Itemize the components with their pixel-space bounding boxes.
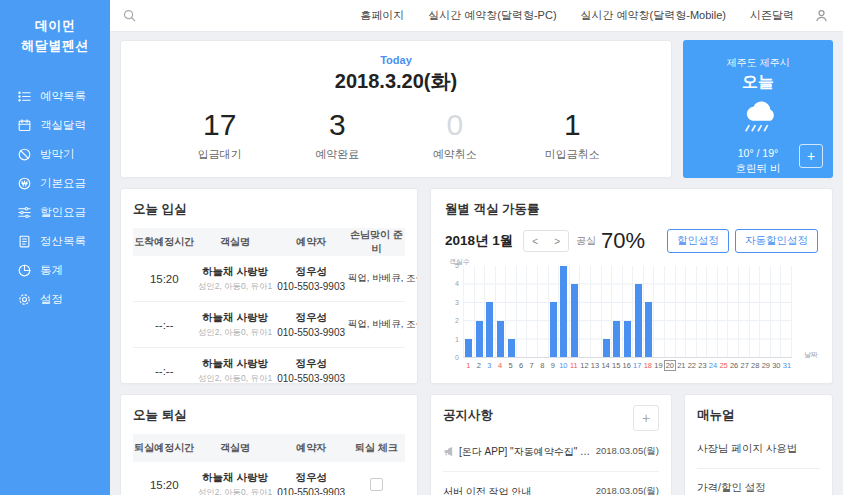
sidebar-item-8[interactable]: 설정 — [0, 285, 110, 314]
user-icon[interactable] — [814, 8, 829, 23]
pension-logo: 데이먼 해달별펜션 — [0, 0, 110, 56]
chart-bar[interactable] — [560, 266, 567, 357]
chart-bar-slot — [781, 266, 792, 357]
chart-x-label: 7 — [526, 361, 537, 370]
chart-x-label: 9 — [548, 361, 559, 370]
sidebar-item-7[interactable]: 통계 — [0, 256, 110, 285]
chart-bar[interactable] — [497, 321, 504, 357]
sidebar-item-4[interactable]: 기본요금 — [0, 169, 110, 198]
chart-x-label: 3 — [484, 361, 495, 370]
checkout-title: 오늘 퇴실 — [133, 407, 405, 424]
weather-add-button[interactable]: + — [799, 144, 823, 168]
stat-label: 예약완료 — [279, 147, 397, 162]
chart-bar-slot — [760, 266, 771, 357]
next-month-button[interactable]: > — [546, 236, 568, 247]
chart-bar[interactable] — [603, 339, 610, 357]
discount-setting-button[interactable]: 할인설정 — [667, 229, 729, 253]
chart-y-axis: 543210 — [445, 266, 459, 358]
reserver-phone: 010-5503-9903 — [274, 281, 347, 292]
sidebar-item-label: 정산목록 — [40, 234, 86, 249]
checkin-table-header: 도착예정시간 객실명 예약자 손님맞이 준비 — [133, 228, 405, 256]
chart-x-label: 28 — [750, 361, 761, 370]
guest-prep: 픽업, 바베큐, 조식 — [348, 272, 405, 285]
guest-prep: 픽업, 바베큐, 조식 — [348, 318, 405, 331]
sidebar-item-3[interactable]: 방막기 — [0, 140, 110, 169]
chart-x-label: 8 — [537, 361, 548, 370]
sidebar-item-1[interactable]: 예약목록 — [0, 82, 110, 111]
won-icon — [17, 176, 32, 191]
chart-bar[interactable] — [624, 321, 631, 357]
chart-bar-slot — [623, 266, 634, 357]
today-stats: 17입금대기3예약완료0예약취소1미입금취소 — [121, 110, 671, 162]
chart-bar[interactable] — [550, 302, 557, 357]
manual-item[interactable]: 사장님 페이지 사용법 — [697, 430, 820, 469]
reserver-name: 정우성 — [274, 471, 347, 485]
manual-item[interactable]: 가격/할인 설정 — [697, 469, 820, 495]
sidebar-item-label: 예약목록 — [40, 89, 86, 104]
prev-month-button[interactable]: < — [524, 236, 546, 247]
reserver-cell: 정우성010-5503-9903 — [274, 357, 347, 384]
calendar-icon — [17, 118, 32, 133]
chart-bar-slot — [686, 266, 697, 357]
room-name: 하늘채 사랑방 — [196, 357, 275, 371]
notice-add-button[interactable]: + — [633, 405, 659, 431]
sidebar-item-5[interactable]: 할인요금 — [0, 198, 110, 227]
topbar-link-4[interactable]: 시즌달력 — [750, 8, 794, 23]
chart-bar-slot — [644, 266, 655, 357]
chart-bar-slot — [538, 266, 549, 357]
room-cell: 하늘채 사랑방성인2, 아동0, 유아1 — [196, 265, 275, 293]
topbar-link-2[interactable]: 실시간 예약창(달력형-PC) — [428, 8, 556, 23]
search-icon[interactable] — [122, 8, 137, 23]
arrival-time: --:-- — [133, 365, 196, 377]
reserver-phone: 010-5503-9903 — [274, 327, 347, 338]
chart-x-label: 10 — [558, 361, 569, 370]
checkout-checkbox[interactable] — [370, 478, 383, 491]
stat-예약완료: 3예약완료 — [279, 110, 397, 162]
chart-x-label: 1 — [463, 361, 474, 370]
chart-bar[interactable] — [571, 284, 578, 357]
ledger-icon — [17, 234, 32, 249]
block-icon — [17, 147, 32, 162]
checkin-row: 15:20하늘채 사랑방성인2, 아동0, 유아1정우성010-5503-990… — [133, 256, 405, 302]
auto-discount-setting-button[interactable]: 자동할인설정 — [735, 229, 818, 253]
weather-region: 제주도 제주시 — [683, 56, 833, 70]
checkout-table-body: 15:20하늘채 사랑방성인2, 아동0, 유아1정우성010-5503-990… — [133, 462, 405, 495]
chart-bar-slot — [771, 266, 782, 357]
guest-count: 성인2, 아동0, 유아1 — [196, 487, 275, 495]
chart-bar[interactable] — [465, 339, 472, 357]
reserver-phone: 010-5503-9903 — [274, 373, 347, 384]
chart-bar-slot — [665, 266, 676, 357]
sidebar-item-label: 통계 — [40, 263, 63, 278]
room-name: 하늘채 사랑방 — [196, 311, 275, 325]
reserver-cell: 정우성010-5503-9903 — [274, 311, 347, 338]
stat-미입금취소: 1미입금취소 — [514, 110, 632, 162]
sidebar-item-6[interactable]: 정산목록 — [0, 227, 110, 256]
chart-x-label: 4 — [495, 361, 506, 370]
chart-bar-slot — [750, 266, 761, 357]
sidebar-item-2[interactable]: 객실달력 — [0, 111, 110, 140]
notice-item[interactable]: [온다 APP] "자동예약수집" 기능 업데…2018.03.05(월) — [443, 432, 659, 472]
manual-card: 매뉴얼 사장님 페이지 사용법가격/할인 설정 — [684, 394, 833, 495]
topbar-link-1[interactable]: 홈페이지 — [360, 8, 404, 23]
chart-bar[interactable] — [613, 321, 620, 357]
occupancy-chart: 객실수 543210 12345678910111213141516171819… — [445, 266, 818, 370]
chart-bar[interactable] — [635, 284, 642, 357]
chart-bar[interactable] — [508, 339, 515, 357]
col-reserver: 예약자 — [274, 441, 347, 455]
chart-x-label: 14 — [600, 361, 611, 370]
chart-bar-slot — [676, 266, 687, 357]
notice-item[interactable]: 서버 이전 작업 안내2018.03.05(월) — [443, 472, 659, 495]
chart-bar[interactable] — [476, 321, 483, 357]
chart-bar[interactable] — [645, 302, 652, 357]
reserver-cell: 정우성010-5503-9903 — [274, 471, 347, 495]
stat-value: 17 — [161, 110, 279, 140]
topbar-link-3[interactable]: 실시간 예약창(달력형-Mobile) — [581, 8, 726, 23]
weather-card: 제주도 제주시 오늘 10° / 19° 흐린뒤 비 + — [683, 40, 833, 178]
chart-bar-slot — [633, 266, 644, 357]
sidebar-menu: 예약목록객실달력방막기기본요금할인요금정산목록통계설정 — [0, 82, 110, 314]
chart-bar-slot — [612, 266, 623, 357]
chart-bar[interactable] — [486, 302, 493, 357]
chart-x-label: 17 — [632, 361, 643, 370]
today-date: 2018.3.20(화) — [121, 68, 671, 95]
col-room-name: 객실명 — [196, 441, 275, 455]
